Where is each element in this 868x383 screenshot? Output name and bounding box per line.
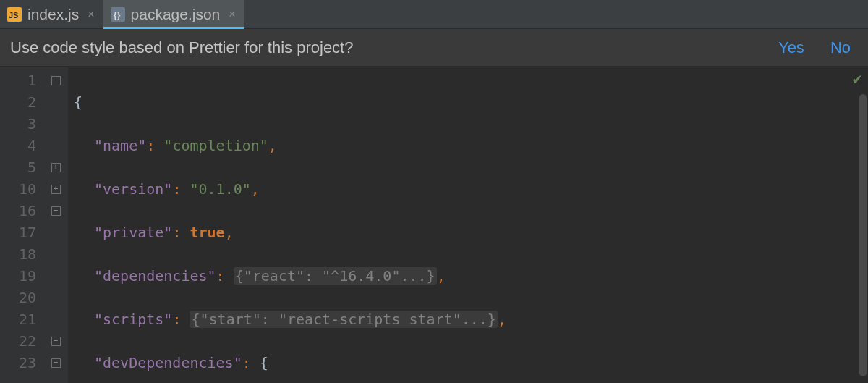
fold-end-icon[interactable]: − [51, 358, 61, 368]
code-editor[interactable]: 1 2 3 4 5 10 16 17 18 19 20 21 22 23 − +… [0, 67, 868, 383]
line-number: 20 [0, 287, 36, 308]
json-value: true [190, 224, 224, 241]
line-number: 22 [0, 330, 36, 352]
json-value: "completion" [163, 137, 268, 154]
fold-gutter: − + + − − − [43, 67, 68, 383]
inspection-ok-icon[interactable]: ✔ [853, 70, 862, 88]
json-file-icon: {} [111, 7, 125, 22]
tab-package-json[interactable]: {} package.json × [103, 0, 244, 28]
close-icon[interactable]: × [226, 8, 235, 21]
line-number: 23 [0, 352, 36, 374]
json-value: "0.1.0" [190, 180, 250, 198]
tab-bar: JS index.js × {} package.json × [0, 0, 868, 29]
tab-label: package.json [131, 6, 221, 23]
fold-end-icon[interactable]: − [51, 337, 61, 346]
no-button[interactable]: No [830, 38, 851, 57]
line-number: 3 [0, 113, 36, 135]
svg-text:JS: JS [9, 11, 18, 20]
line-number: 1 [0, 70, 36, 91]
line-number: 18 [0, 243, 36, 265]
line-number: 21 [0, 308, 36, 330]
yes-button[interactable]: Yes [778, 38, 804, 57]
fold-expand-icon[interactable]: + [51, 185, 61, 194]
brace-open: { [74, 93, 82, 111]
json-key: "private" [94, 224, 172, 241]
line-number: 10 [0, 178, 36, 200]
folded-region[interactable]: {"react": "^16.4.0"...} [234, 267, 437, 285]
json-key: "scripts" [94, 311, 172, 328]
json-key: "dependencies" [94, 267, 216, 285]
fold-collapse-icon[interactable]: − [51, 76, 61, 85]
notification-message: Use code style based on Prettier for thi… [10, 38, 752, 57]
line-number-gutter: 1 2 3 4 5 10 16 17 18 19 20 21 22 23 [0, 67, 43, 383]
line-number: 5 [0, 156, 36, 178]
tab-index-js[interactable]: JS index.js × [0, 0, 103, 28]
line-number: 17 [0, 222, 36, 243]
js-file-icon: JS [7, 7, 22, 22]
line-number: 19 [0, 265, 36, 287]
line-number: 16 [0, 200, 36, 222]
json-key: "version" [94, 180, 172, 198]
json-key: "name" [94, 137, 146, 154]
scrollbar[interactable] [859, 94, 867, 376]
line-number: 4 [0, 135, 36, 156]
notification-bar: Use code style based on Prettier for thi… [0, 29, 868, 67]
folded-region[interactable]: {"start": "react-scripts start"...} [190, 311, 497, 328]
close-icon[interactable]: × [85, 8, 94, 21]
code-content[interactable]: { "name": "completion", "version": "0.1.… [68, 67, 868, 383]
svg-text:{}: {} [114, 10, 121, 20]
fold-collapse-icon[interactable]: − [51, 206, 61, 216]
tab-label: index.js [27, 6, 79, 23]
line-number: 2 [0, 91, 36, 113]
json-key: "devDependencies" [94, 354, 242, 371]
fold-expand-icon[interactable]: + [51, 163, 61, 172]
